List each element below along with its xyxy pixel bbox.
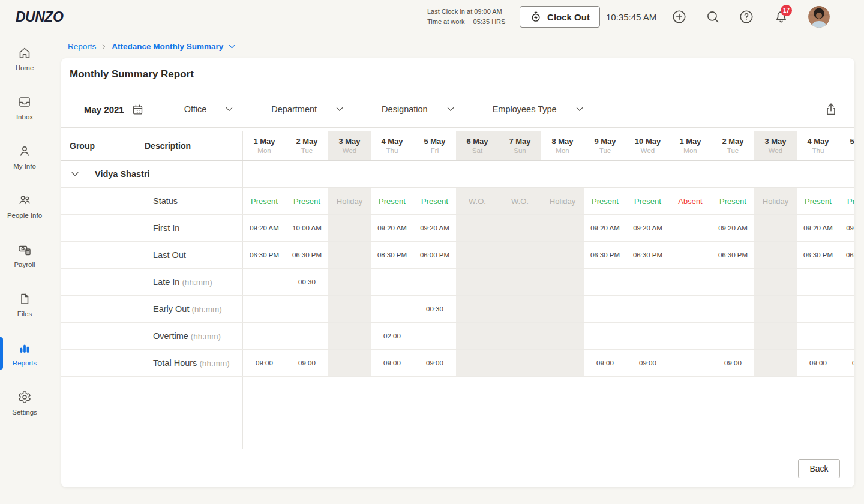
cell-early-out: -- (328, 296, 371, 322)
employee-name: Vidya Shastri (95, 169, 150, 179)
time-at-work-label: Time at work (427, 17, 465, 27)
chevron-down-icon (335, 104, 344, 114)
cell-early-out: -- (797, 296, 839, 322)
help-icon[interactable] (739, 9, 754, 25)
cell-overtime: -- (626, 323, 669, 349)
filter-bar: May 2021 OfficeDepartmentDesignationEmpl… (61, 91, 854, 128)
notification-badge: 17 (781, 5, 792, 16)
sidebar-item-label: People Info (7, 212, 42, 219)
cell-last-out: 06:30 PM (243, 242, 286, 268)
cell-first-in: 09:20 AM (243, 215, 286, 241)
cell-early-out: 00:30 (413, 296, 456, 322)
chevron-down-icon[interactable] (227, 42, 236, 51)
sidebar-item-myinfo[interactable]: My Info (0, 132, 49, 181)
user-avatar[interactable] (808, 6, 830, 28)
payroll-icon (17, 242, 32, 257)
clock-info: Last Clock in at 09:00 AM Time at work 0… (427, 7, 511, 27)
cell-early-out: -- (669, 296, 712, 322)
collapse-chevron-down-icon[interactable] (70, 169, 80, 179)
cell-total-hours: 09:00 (243, 350, 286, 376)
filter-dropdown-office[interactable]: Office (184, 104, 235, 114)
cell-status: Present (413, 188, 456, 214)
cell-last-out: 08:30 PM (371, 242, 413, 268)
row-label: Late In (hh:mm) (153, 277, 212, 287)
dropdown-label: Employees Type (493, 104, 557, 114)
cell-early-out: -- (541, 296, 584, 322)
cell-last-out: -- (456, 242, 499, 268)
cell-early-out: -- (499, 296, 541, 322)
back-button[interactable]: Back (798, 459, 840, 478)
gear-icon (17, 390, 32, 404)
cell-late-in: -- (839, 269, 854, 295)
table-row-overtime: Overtime (hh:mm)------02:00-------------… (61, 323, 854, 350)
month-picker[interactable]: May 2021 (84, 103, 144, 116)
filter-dropdown-designation[interactable]: Designation (382, 104, 455, 114)
sidebar-item-payroll[interactable]: Payroll (0, 230, 49, 280)
date-column-header: 5 MayFri (413, 131, 456, 160)
cell-early-out: -- (371, 296, 413, 322)
filter-dropdown-department[interactable]: Department (271, 104, 344, 114)
app-logo[interactable]: DUNZO (16, 9, 63, 25)
cell-first-in: -- (328, 215, 371, 241)
sidebar-item-files[interactable]: Files (0, 280, 49, 329)
sidebar-item-home[interactable]: Home (0, 34, 49, 83)
date-column-header: 1 MayMon (669, 131, 712, 160)
cell-overtime: -- (669, 323, 712, 349)
plus-circle-icon[interactable] (671, 9, 687, 25)
cell-late-in: 00:30 (286, 269, 328, 295)
cell-overtime: -- (754, 323, 797, 349)
cell-first-in: 10:00 AM (286, 215, 328, 241)
sidebar-item-reports[interactable]: Reports (0, 329, 49, 378)
cell-total-hours: 09:00 (286, 350, 328, 376)
cell-first-in: -- (754, 215, 797, 241)
cell-early-out: -- (456, 296, 499, 322)
breadcrumb-current[interactable]: Attedance Monthly Summary (112, 42, 223, 51)
bell-icon[interactable]: 17 (773, 9, 789, 25)
sidebar-item-inbox[interactable]: Inbox (0, 83, 49, 132)
cell-last-out: 06:30 PM (626, 242, 669, 268)
cell-overtime: -- (328, 323, 371, 349)
date-column-header: 4 MayThu (371, 131, 413, 160)
cell-last-out: 06:00 PM (413, 242, 456, 268)
people-icon (17, 193, 32, 208)
cell-total-hours: 09:00 (712, 350, 754, 376)
stopwatch-icon (530, 11, 542, 23)
cell-overtime: -- (456, 323, 499, 349)
sidebar-item-people[interactable]: People Info (0, 181, 49, 230)
cell-late-in: -- (413, 269, 456, 295)
sidebar-item-settings[interactable]: Settings (0, 378, 49, 427)
row-label: Early Out (hh:mm) (153, 304, 222, 314)
calendar-icon (131, 103, 144, 116)
cell-total-hours: -- (499, 350, 541, 376)
employee-group-row[interactable]: Vidya Shastri (61, 161, 854, 188)
cell-late-in: -- (669, 269, 712, 295)
date-column-header: 1 MayMon (243, 131, 286, 160)
clock-out-button[interactable]: Clock Out (520, 6, 600, 28)
sidebar-item-label: Settings (12, 409, 37, 416)
filter-dropdown-employees-type[interactable]: Employees Type (493, 104, 584, 114)
chevron-down-icon (575, 104, 584, 114)
cell-status: Present (243, 188, 286, 214)
cell-early-out: -- (243, 296, 286, 322)
cell-total-hours: 09:00 (839, 350, 854, 376)
description-column-header: Description (145, 141, 191, 151)
breadcrumb-parent-link[interactable]: Reports (68, 42, 96, 51)
sidebar-item-label: Files (17, 310, 32, 317)
document-icon (17, 292, 32, 306)
cell-last-out: -- (541, 242, 584, 268)
date-column-header: 3 MayWed (754, 131, 797, 160)
cell-total-hours: -- (328, 350, 371, 376)
cell-last-out: 06:30 PM (286, 242, 328, 268)
cell-overtime: 02:00 (371, 323, 413, 349)
search-icon[interactable] (705, 9, 721, 25)
cell-late-in: -- (626, 269, 669, 295)
date-column-header: 2 MayTue (286, 131, 328, 160)
chevron-down-icon (224, 104, 234, 114)
table-row-total-hours: Total Hours (hh:mm)09:0009:00--09:0009:0… (61, 350, 854, 377)
export-icon[interactable] (823, 101, 839, 117)
cell-first-in: -- (499, 215, 541, 241)
cell-first-in: 09:20 AM (712, 215, 754, 241)
dropdown-label: Department (271, 104, 317, 114)
date-column-header: 7 MaySun (499, 131, 541, 160)
cell-status: Present (839, 188, 854, 214)
